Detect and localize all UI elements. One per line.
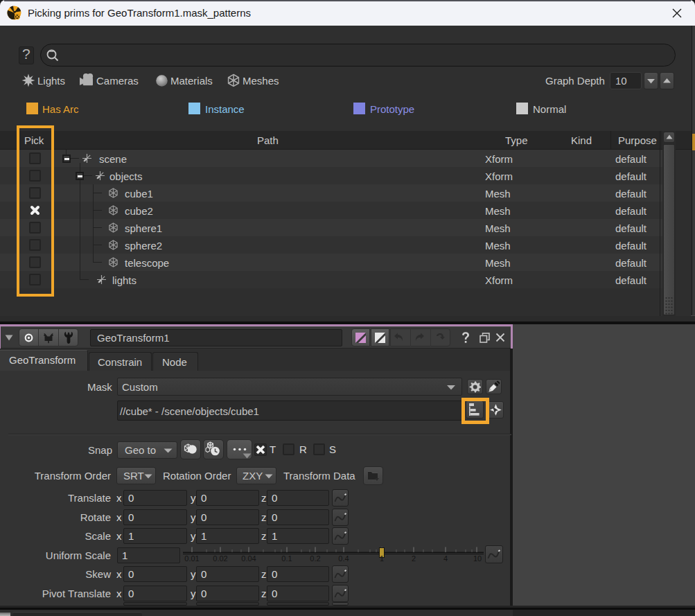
svg-text:2: 2 — [412, 554, 416, 563]
svg-text:0.4: 0.4 — [338, 554, 349, 563]
svg-text:0.04: 0.04 — [241, 554, 256, 563]
svg-text:10: 10 — [473, 554, 482, 563]
svg-text:0.02: 0.02 — [213, 554, 227, 563]
svg-text:0.1: 0.1 — [281, 554, 292, 563]
svg-text:0.2: 0.2 — [310, 554, 320, 563]
svg-text:1: 1 — [380, 554, 384, 563]
svg-text:4: 4 — [443, 554, 448, 563]
svg-text:0.01: 0.01 — [184, 554, 199, 563]
